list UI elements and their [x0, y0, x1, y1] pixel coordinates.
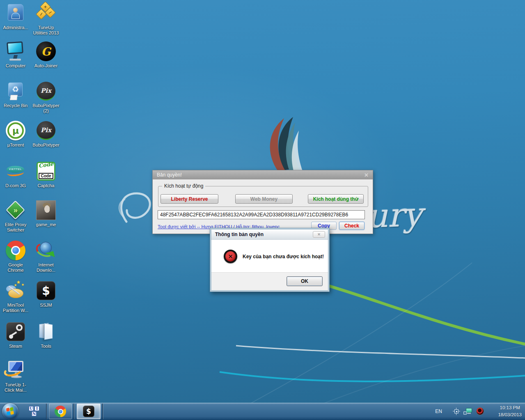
desktop-icon-internet-downlo[interactable]: Internet Downlo...	[31, 240, 61, 273]
captcha-icon: CodeCode	[35, 161, 57, 182]
chrome-icon	[5, 240, 26, 261]
utorrent-icon: µ	[5, 120, 26, 141]
idm-icon	[35, 240, 57, 261]
folder-user-icon	[5, 2, 26, 24]
windows-flag-icon	[6, 407, 14, 415]
trial-activation-button[interactable]: Kích hoạt dùng thử	[308, 194, 364, 204]
desktop-icon-label: Administra...	[0, 25, 31, 30]
start-button[interactable]	[2, 403, 18, 420]
info-dialog-body: ✕ Key của bạn chưa được kích hoạt!	[211, 240, 328, 273]
desktop-icons: Administra...×/\TuneUp Utilities 2013Com…	[0, 0, 66, 411]
license-dialog-titlebar[interactable]: Bản quyền! ✕	[153, 170, 373, 179]
taskbar-separator	[46, 404, 47, 419]
desktop-icon-label: D-com 3G	[0, 183, 31, 188]
desktop-icon-label: BubuPixtyper (2)	[31, 103, 61, 114]
desktop-icon-google-chrome[interactable]: Google Chrome	[0, 240, 31, 273]
desktop-icon-steam[interactable]: Steam	[0, 321, 31, 349]
viettel-icon: VIETTEL	[5, 161, 26, 182]
desktop-icon-tuneup-utilities-2013[interactable]: ×/\TuneUp Utilities 2013	[31, 2, 61, 36]
desktop-icon-label: BubuPixtyper	[31, 142, 61, 148]
activation-group-label: Kích hoạt tự động	[162, 183, 205, 189]
pix-icon: Pix	[35, 120, 57, 141]
web-money-button[interactable]: Web Money	[235, 194, 293, 204]
desktop-icon-µtorrent[interactable]: µµTorrent	[0, 120, 31, 148]
desktop-icon-ssjm[interactable]: $SSJM	[31, 280, 61, 308]
recycle-icon: ♻	[5, 80, 26, 102]
desktop-icon-label: TuneUp Utilities 2013	[31, 25, 61, 36]
clock[interactable]: 10:13 PM 18/03/2013	[498, 403, 522, 420]
license-key-field[interactable]	[158, 210, 365, 219]
activation-groupbox: Kích hoạt tự động Liberty Reserve Web Mo…	[158, 186, 368, 207]
desktop-icon-label: µTorrent	[0, 142, 31, 148]
taskbar-separator	[73, 404, 74, 419]
desktop-icon-recycle-bin[interactable]: ♻Recycle Bin	[0, 80, 31, 108]
license-dialog-window: Bản quyền! ✕ Kích hoạt tự động Liberty R…	[152, 170, 373, 234]
chrome-icon	[55, 406, 66, 417]
unikey-tray-icon[interactable]: UIN	[29, 406, 40, 417]
tuneup-icon: ×/\	[35, 2, 57, 24]
error-icon: ✕	[224, 250, 237, 263]
tools-icon	[35, 321, 57, 342]
desktop-icon-d-com-3g[interactable]: VIETTELD-com 3G	[0, 161, 31, 188]
desktop-icon-bubupixtyper-2[interactable]: PixBubuPixtyper (2)	[31, 80, 61, 114]
desktop-icon-label: MiniTool Partition W...	[0, 303, 31, 313]
computer-icon	[5, 41, 26, 62]
taskbar-separator	[102, 404, 103, 419]
desktop-icon-label: Captcha	[31, 183, 61, 188]
desktop-icon-label: Recycle Bin	[0, 103, 31, 108]
desktop-icon-label: game_me	[31, 222, 61, 227]
desktop-icon-administra[interactable]: Administra...	[0, 2, 31, 30]
license-dialog-title: Bản quyền!	[157, 172, 182, 178]
desktop-icon-auto-joiner[interactable]: GAuto-Joiner	[31, 41, 61, 69]
desktop-icon-label: TuneUp 1-Click Mai...	[0, 382, 31, 393]
elite-icon: »	[5, 200, 26, 221]
info-dialog-titlebar[interactable]: Thông tin bản quyền	[211, 230, 328, 240]
liberty-reserve-button[interactable]: Liberty Reserve	[160, 194, 218, 204]
desktop-icon-tuneup-1-click-mai[interactable]: TuneUp 1-Click Mai...	[0, 360, 31, 393]
desktop-icon-game_me[interactable]: game_me	[31, 200, 61, 227]
license-info-dialog-frame: Thông tin bản quyền ✕ ✕ Key của bạn chưa…	[211, 229, 328, 291]
check-button[interactable]: Check	[339, 222, 365, 230]
wallpaper-watermark: ury	[366, 195, 422, 236]
clock-time: 10:13 PM	[500, 404, 520, 411]
desktop-icon-label: SSJM	[31, 303, 61, 308]
license-info-dialog-window: Thông tin bản quyền ✕ ✕ Key của bạn chưa…	[210, 228, 330, 292]
desktop-icon-label: Elite Proxy Switcher	[0, 222, 31, 233]
photo-icon	[35, 200, 57, 221]
desktop-icon-label: Auto-Joiner	[31, 63, 61, 69]
close-icon[interactable]: ✕	[364, 172, 369, 178]
language-indicator[interactable]: EN	[433, 403, 445, 420]
desktop-icon-captcha[interactable]: CodeCodeCaptcha	[31, 161, 61, 188]
desktop-icon-minitool-partition-w[interactable]: ★★★MiniTool Partition W...	[0, 280, 31, 313]
desktop-icon-bubupixtyper[interactable]: PixBubuPixtyper	[31, 120, 61, 148]
desktop-icon-label: Internet Downlo...	[31, 262, 61, 273]
minitool-icon: ★★★	[5, 280, 26, 301]
ssjm-taskbar-button[interactable]: $	[77, 404, 101, 419]
network-tray-icon[interactable]	[463, 408, 472, 415]
tuneup-monitor-icon	[5, 360, 26, 381]
taskbar: UIN $ EN 10:13 PM 18/03/2013	[0, 403, 525, 420]
info-dialog-footer: OK	[211, 272, 328, 290]
desktop-icon-label: Tools	[31, 344, 61, 349]
dollar-icon: $	[83, 406, 94, 417]
close-icon[interactable]: ✕	[313, 231, 325, 238]
chrome-taskbar-button[interactable]	[49, 404, 72, 419]
red-app-tray-icon[interactable]	[476, 407, 484, 415]
pix-icon: Pix	[35, 80, 57, 102]
desktop-icon-tools[interactable]: Tools	[31, 321, 61, 349]
desktop-icon-label: Steam	[0, 344, 31, 349]
crosshair-tray-icon[interactable]	[453, 408, 460, 415]
dollar-icon: $	[35, 280, 57, 301]
steam-icon	[5, 321, 26, 342]
desktop-icon-label: Computer	[0, 63, 31, 69]
clock-date: 18/03/2013	[498, 411, 522, 418]
info-dialog-title: Thông tin bản quyền	[215, 232, 264, 237]
garena-icon: G	[35, 41, 57, 62]
desktop-icon-elite-proxy-switcher[interactable]: »Elite Proxy Switcher	[0, 200, 31, 233]
desktop-icon-computer[interactable]: Computer	[0, 41, 31, 69]
info-dialog-message: Key của bạn chưa được kích hoạt!	[243, 240, 324, 273]
desktop-icon-label: Google Chrome	[0, 262, 31, 273]
ok-button[interactable]: OK	[287, 276, 323, 286]
